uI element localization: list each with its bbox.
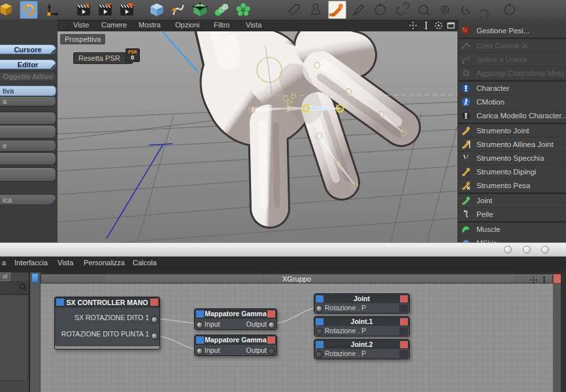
input-port[interactable] [196,321,203,329]
record-scale-icon[interactable] [96,1,114,19]
panel-button-e[interactable]: e [0,140,56,152]
node-input-corner[interactable] [316,295,324,302]
viewport-menu-mostra[interactable]: Mostra [139,21,161,29]
node-input-corner[interactable] [56,299,64,306]
panel-button-ica[interactable]: ica [0,194,56,205]
node-input-corner[interactable] [196,310,204,318]
viewport-3d-canvas[interactable]: Prospettiva Resetta PSR PSR 0 [58,31,458,243]
xpool-search-field[interactable] [0,281,29,295]
polygon-mode-icon[interactable] [0,1,14,19]
output-port[interactable] [268,348,275,355]
output-port[interactable] [151,316,158,323]
panel-button-blank-9[interactable] [0,167,56,182]
node-output-corner[interactable] [150,299,158,306]
node-output-corner[interactable] [400,318,408,325]
window-button-3[interactable] [541,246,549,253]
output-port[interactable] [268,321,275,329]
record-rotation-icon[interactable] [118,1,136,19]
xpresso-menu-personalizza[interactable]: Personalizza [84,259,125,267]
viewport-menu-filtro[interactable]: Filtro [214,21,229,29]
menu-item-cut[interactable]: a [2,259,6,267]
xpool-tab[interactable]: ol [0,272,10,281]
node-output-corner[interactable] [267,336,275,344]
sidebar-item-joint[interactable]: Joint [458,194,566,208]
viewport-menu-opzioni[interactable]: Opzioni [175,21,199,29]
panel-button-blank-5[interactable] [0,112,56,125]
pose-tag-icon[interactable] [285,1,303,19]
viewport-menu-vista-2[interactable]: Vista [246,21,261,29]
xpresso-menu-vista[interactable]: Vista [58,259,73,267]
panel-button-blank-8[interactable] [0,152,56,165]
rotate-view-icon[interactable] [434,21,444,30]
cube-primitive-icon[interactable] [148,1,166,19]
node-output-corner[interactable] [267,310,275,318]
panel-button-blank-6[interactable] [0,125,56,139]
viewport-menu-viste[interactable]: Viste [73,21,89,29]
left-scrollbar-handle[interactable] [31,273,39,283]
sidebar-item-pelle[interactable]: Pelle [458,208,566,221]
sidebar-item-muscle[interactable]: Muscle [458,223,566,237]
maximize-view-icon[interactable] [446,21,457,30]
node-joint-1[interactable]: Joint.1Rotazione . P [314,316,410,336]
morph-tag-icon[interactable] [307,1,325,19]
xpool-list[interactable] [0,295,28,381]
ring-tool-4-icon[interactable] [501,1,519,19]
input-port[interactable] [316,328,323,335]
pan-view-icon[interactable] [408,21,419,30]
record-position-icon[interactable] [75,1,93,19]
rotate-tool-icon[interactable] [20,1,38,19]
hypernurbs-icon[interactable] [191,1,209,19]
xpresso-menu-calcola[interactable]: Calcola [133,259,157,267]
node-mappatore-gamma-2[interactable]: Mappatore Gamma Input Output [194,335,277,356]
output-port[interactable] [151,333,158,340]
xpresso-window-titlebar[interactable] [0,242,566,257]
input-port[interactable] [316,351,323,358]
selected-joint-tip[interactable] [337,105,344,112]
pencil-tool-icon[interactable] [350,1,368,19]
panel-button-a[interactable]: a [0,96,56,106]
ik-handle-line[interactable] [163,33,198,72]
cluster-object-icon[interactable] [234,1,252,19]
move-axis-tool-icon[interactable] [44,1,63,19]
xpresso-menu-interfaccia[interactable]: Interfaccia [14,259,48,267]
node-joint[interactable]: JointRotazione . P [314,293,410,314]
input-port[interactable] [196,348,203,355]
window-button-2[interactable] [523,246,531,253]
sidebar-item-strumento-specchia[interactable]: Strumento Specchia [458,152,566,165]
circle-tool-3-icon[interactable] [414,1,433,19]
pan-group-icon[interactable] [529,275,538,284]
ring-tool-2-icon[interactable] [458,1,476,19]
sidebar-item-gestione-pesi[interactable]: Gestione Pesi... [458,24,566,38]
view-label[interactable]: Prospettiva [60,34,105,44]
panel-button-editor[interactable]: Editor [0,59,56,69]
sidebar-item-strumento-pesa[interactable]: Strumento Pesa [458,179,566,193]
sidebar-item-strumento-allinea-joint[interactable]: Strumento Allinea Joint [458,138,566,152]
selected-joint[interactable] [303,105,310,112]
joint-tool-active-icon[interactable] [328,1,346,19]
sidebar-item-strumento-joint[interactable]: Strumento Joint [458,124,566,138]
node-joint-2[interactable]: Joint.2Rotazione . P [314,339,410,359]
sidebar-grip-icon[interactable] [458,20,566,24]
array-object-icon[interactable] [212,1,231,19]
scale-group-icon[interactable] [540,275,548,284]
node-input-corner[interactable] [316,341,324,348]
right-scrollbar[interactable] [553,284,561,392]
node-input-corner[interactable] [316,318,324,325]
node-output-corner[interactable] [400,341,408,348]
sidebar-item-strumento-dipingi[interactable]: Strumento Dipingi [458,165,566,179]
reset-psr-button[interactable]: Resetta PSR PSR 0 [73,52,133,64]
node-sx-controller-mano[interactable]: SX CONTROLLER MANO SX ROTAZIONE DITO 1 R… [54,297,160,350]
circle-tool-2-icon[interactable] [393,1,411,19]
circle-tool-1-icon[interactable] [371,1,390,19]
panel-button-cursore[interactable]: Cursore [0,44,56,54]
node-mappatore-gamma-1[interactable]: Mappatore Gamma Input Output [194,308,277,330]
input-port[interactable] [316,305,323,312]
node-output-corner[interactable] [400,295,408,302]
left-scrollbar[interactable] [30,272,41,392]
zoom-view-icon[interactable] [422,21,432,30]
node-graph-canvas[interactable]: SX CONTROLLER MANO SX ROTAZIONE DITO 1 R… [41,284,553,392]
menubar-grip-icon[interactable] [59,22,67,29]
ring-tool-3-icon[interactable] [479,1,497,19]
sidebar-item-character[interactable]: Character [458,82,566,95]
viewport-menu-camere[interactable]: Camere [101,21,127,29]
